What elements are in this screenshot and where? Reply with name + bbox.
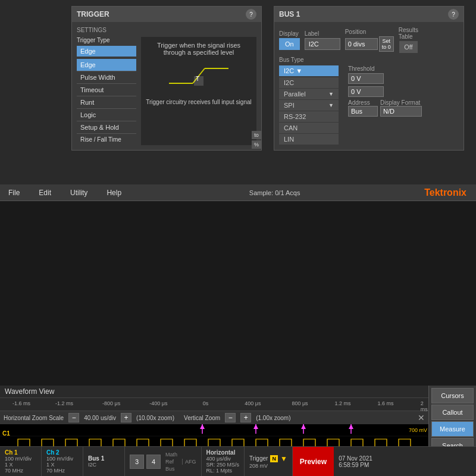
bus-label-bottom: Bus (165, 466, 177, 472)
bus1-label-input[interactable] (305, 38, 340, 50)
trigger-menu-edge[interactable]: Edge (77, 59, 136, 71)
trigger-desc: Trigger when the signal rises through a … (146, 42, 252, 56)
menu-utility[interactable]: Utility (67, 187, 91, 198)
ch2-mhz: 70 MHz (46, 468, 78, 474)
time-marker-9: 1.6 ms (377, 400, 393, 406)
percent-box: to % (252, 131, 261, 149)
bus1-off-btn[interactable]: Off (399, 41, 417, 53)
bus1-set-to-0-btn[interactable]: Setto 0 (379, 36, 394, 52)
bus1-display-row: Display On Label Position Setto 0 Result… (279, 27, 459, 53)
bus1-address-input[interactable] (348, 106, 378, 117)
measure-btn[interactable]: Measure (431, 421, 474, 437)
zoom-plus-v[interactable]: + (240, 413, 251, 422)
trigger-label: Trigger (249, 455, 268, 462)
time: 6:58:59 PM (339, 462, 372, 468)
zoom-label: (10.00x zoom) (136, 415, 174, 421)
trigger-title: TRIGGER (77, 10, 109, 18)
bus1-threshold-input1[interactable] (348, 73, 384, 84)
svg-marker-13 (200, 424, 205, 429)
trigger-body: SETTINGS Trigger Type Edge Edge Pulse Wi… (72, 22, 261, 150)
time-marker-6: 400 μs (245, 400, 261, 406)
bus1-threshold-input2[interactable] (348, 86, 384, 97)
trigger-menu-timeout[interactable]: Timeout (77, 84, 136, 96)
trigger-diagram: T (146, 60, 252, 95)
ch1-header: Ch 1 (5, 449, 36, 456)
bus1-position-col: Position Setto 0 (345, 29, 394, 52)
trigger-help-btn[interactable]: ? (246, 9, 256, 20)
bus1-on-btn[interactable]: On (279, 38, 300, 50)
btn4[interactable]: 4 (146, 455, 161, 469)
ch2-x: 1 X (46, 462, 78, 468)
percent-label: % (252, 140, 261, 149)
ch1-label: C1 (2, 430, 10, 437)
bus1-type-menu: I2C ▼ I2C Parallel▼ SPI▼ RS-232 CAN LIN (279, 65, 339, 145)
waveform-view-label: Waveform View (5, 387, 54, 396)
trigger-dropdown-selected[interactable]: Edge (77, 46, 136, 57)
time-marker-10: 2 ms (421, 400, 428, 412)
ch1-mhz: 70 MHz (5, 468, 36, 474)
zoom-close-btn[interactable]: ✕ (418, 413, 425, 422)
settings-label: SETTINGS (77, 27, 256, 33)
cursors-btn[interactable]: Cursors (431, 388, 474, 403)
trigger-menu-setuphold[interactable]: Setup & Hold (77, 121, 136, 134)
bus1-type-rs232[interactable]: RS-232 (279, 111, 339, 122)
svg-marker-15 (253, 424, 258, 429)
zoom-minus-h[interactable]: − (68, 413, 79, 422)
math-ref-label: Ref (165, 459, 177, 465)
trigger-menu-runt[interactable]: Runt (77, 96, 136, 109)
bus1-type-lin[interactable]: LIN (279, 134, 339, 145)
bus1-type-i2c[interactable]: I2C (279, 77, 339, 88)
date-time: 07 Nov 2021 6:58:59 PM (334, 447, 377, 476)
time-marker-5: 0s (203, 400, 209, 406)
math-ref-bus-col: Math Ref Bus (165, 452, 177, 472)
ch2-header: Ch 2 (46, 449, 78, 456)
trigger-menu-logic[interactable]: Logic (77, 109, 136, 121)
horiz-label: Horizontal (206, 449, 240, 456)
btn3[interactable]: 3 (130, 455, 144, 469)
bus1-bottom-header: Bus 1 (88, 455, 120, 462)
bus1-address-label: Address (348, 99, 378, 106)
bus1-i2c-selected[interactable]: I2C ▼ (279, 65, 339, 76)
bus1-type-section: I2C ▼ I2C Parallel▼ SPI▼ RS-232 CAN LIN … (279, 65, 459, 145)
rl: RL: 1 Mpts (206, 468, 240, 474)
h-scale-label: Horizontal Zoom Scale (4, 415, 64, 421)
trigger-desc-col: Trigger when the signal rises through a … (141, 37, 256, 145)
horiz-info: Horizontal 400 μs/div SR: 250 MS/s RL: 1… (202, 447, 245, 476)
bus1-results-table-col: ResultsTable Off (399, 27, 418, 53)
time-marker-1: -1.6 ms (12, 400, 30, 406)
bus1-help-btn[interactable]: ? (448, 9, 459, 20)
sr: SR: 250 MS/s (206, 462, 240, 468)
trig-arrow-icon: ▼ (280, 455, 287, 463)
ch2-mv: 100 mV/div (46, 456, 78, 462)
bus1-position-input[interactable] (345, 38, 378, 50)
bus1-body: Display On Label Position Setto 0 Result… (274, 22, 464, 150)
waveform-header: Waveform View (0, 386, 428, 398)
bus1-threshold-col: Threshold Address Display Format (343, 65, 459, 145)
zoom-bar: Horizontal Zoom Scale − 40.00 us/div + (… (0, 411, 428, 424)
zoom-plus-h[interactable]: + (121, 413, 131, 422)
ch2-info: Ch 2 100 mV/div 1 X 70 MHz (42, 447, 83, 476)
zoom-minus-v[interactable]: − (225, 413, 236, 422)
ch1-info: Ch 1 100 mV/div 1 X 70 MHz (0, 447, 42, 476)
trigger-menu-pulsewidth[interactable]: Pulse Width (77, 71, 136, 84)
callout-btn[interactable]: Callout (431, 405, 474, 420)
trigger-panel: TRIGGER ? SETTINGS Trigger Type Edge Edg… (71, 6, 262, 151)
bus1-type-can[interactable]: CAN (279, 123, 339, 133)
menu-edit[interactable]: Edit (35, 187, 55, 198)
time-marker-8: 1.2 ms (334, 400, 350, 406)
svg-marker-17 (301, 424, 306, 429)
time-axis-top: -1.6 ms -1.2 ms -800 μs -400 μs 0s 400 μ… (0, 398, 428, 411)
math-ref-bus-label: Math (165, 452, 177, 458)
preview-btn[interactable]: Preview (293, 447, 334, 476)
bus1-display-format-input[interactable] (380, 106, 422, 117)
svg-rect-4 (194, 76, 203, 86)
trigger-type-col: Trigger Type Edge Edge Pulse Width Timeo… (77, 37, 136, 145)
bus1-type-parallel[interactable]: Parallel▼ (279, 89, 339, 99)
time-marker-7: 800 μs (292, 400, 308, 406)
menu-file[interactable]: File (5, 187, 23, 198)
bus1-type-spi[interactable]: SPI▼ (279, 100, 339, 111)
trigger-menu-risefall[interactable]: Rise / Fall Time (77, 134, 136, 145)
menu-help[interactable]: Help (103, 187, 125, 198)
bus1-position-header: Position (345, 29, 394, 35)
bus1-panel: BUS 1 ? Display On Label Position Setto … (274, 6, 464, 151)
